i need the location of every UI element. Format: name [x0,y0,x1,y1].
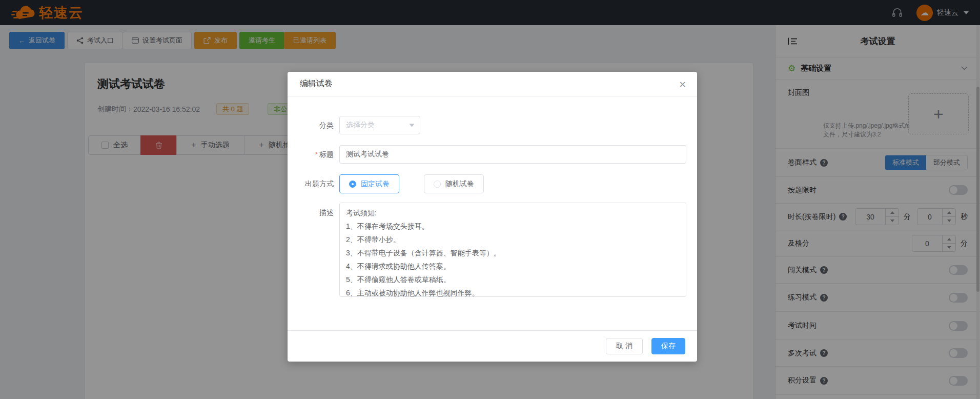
description-textarea[interactable]: 考试须知: 1、不得在考场交头接耳。 2、不得带小抄。 3、不得带电子设备（含计… [339,203,686,297]
category-label: 分类 [288,116,339,134]
title-label: 标题 [319,150,334,158]
radio-selected-icon [349,181,356,188]
category-select[interactable]: 选择分类 [339,116,420,134]
save-button[interactable]: 保存 [651,338,685,354]
screen: 轻速云 ☁ 轻速云 ← 返回试卷 [0,0,980,399]
title-input[interactable] [339,145,686,164]
mode-field-row: 出题方式 固定试卷 随机试卷 [288,174,686,193]
select-caret-icon [409,124,415,127]
close-icon[interactable]: × [677,77,688,92]
random-paper-radio[interactable]: 随机试卷 [424,174,484,193]
radio-unselected-icon [434,181,441,188]
edit-paper-modal: 编辑试卷 × 分类 选择分类 *标题 [288,72,697,362]
modal-header: 编辑试卷 × [288,72,697,96]
modal-footer: 取 消 保存 [288,330,697,362]
modal-title: 编辑试卷 [300,78,333,89]
cancel-button[interactable]: 取 消 [606,338,643,354]
fixed-paper-radio[interactable]: 固定试卷 [339,174,399,193]
category-placeholder: 选择分类 [346,121,375,130]
description-field-row: 描述 考试须知: 1、不得在考场交头接耳。 2、不得带小抄。 3、不得带电子设备… [288,203,686,298]
title-field-row: *标题 [288,145,686,164]
required-mark: * [315,150,318,158]
modal-body: 分类 选择分类 *标题 出题方式 [288,96,697,298]
description-label: 描述 [288,203,339,298]
category-field-row: 分类 选择分类 [288,116,686,134]
mode-label: 出题方式 [288,174,339,193]
